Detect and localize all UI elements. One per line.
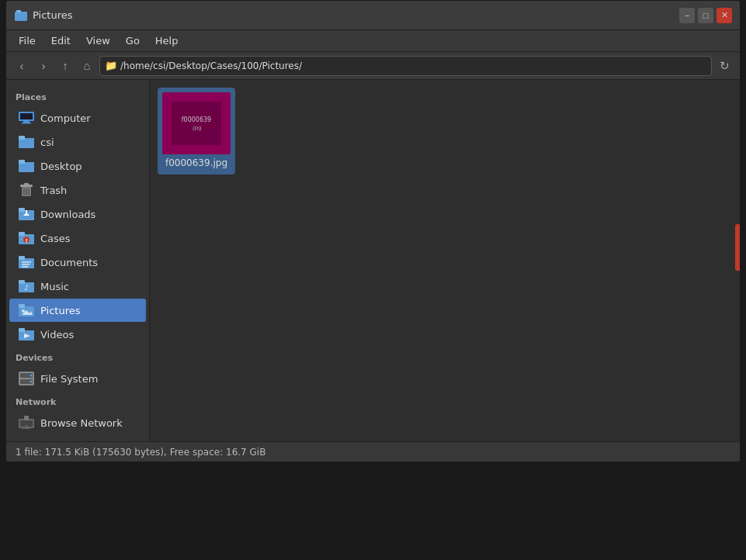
sidebar-item-trash-label: Trash (40, 185, 67, 196)
sidebar-item-computer-label: Computer (40, 112, 91, 124)
svg-rect-49 (23, 427, 30, 429)
address-bar[interactable]: 📁 /home/csi/Desktop/Cases/100/Pictures/ (99, 56, 712, 76)
file-thumbnail: f0000639 .jpg (162, 92, 231, 154)
svg-rect-20 (26, 210, 27, 214)
devices-label: Devices (6, 347, 149, 366)
filesystem-icon (19, 371, 34, 386)
svg-point-44 (30, 381, 33, 383)
svg-rect-10 (19, 160, 25, 164)
menu-view[interactable]: View (78, 32, 118, 50)
minimize-button[interactable]: − (679, 8, 695, 23)
svg-rect-7 (19, 136, 25, 140)
sidebar-item-csi-label: csi (40, 137, 54, 148)
statusbar: 1 file: 171.5 KiB (175630 bytes), Free s… (6, 441, 740, 461)
titlebar-controls: − □ ✕ (679, 8, 732, 23)
titlebar: Pictures − □ ✕ (6, 1, 740, 30)
sidebar-item-browse-network[interactable]: Browse Network (9, 411, 146, 434)
sidebar-item-music[interactable]: ♪ Music (9, 275, 146, 298)
sidebar-item-desktop-label: Desktop (40, 161, 82, 172)
sidebar-item-cases[interactable]: ! Cases (9, 226, 146, 250)
svg-text:!: ! (25, 238, 27, 244)
up-button[interactable]: ↑ (56, 57, 75, 75)
sidebar-item-csi[interactable]: csi (9, 130, 146, 154)
trash-icon (19, 182, 34, 198)
svg-rect-3 (20, 113, 33, 119)
videos-icon (19, 327, 34, 342)
svg-rect-8 (20, 140, 33, 147)
music-icon: ♪ (19, 278, 34, 294)
sidebar-item-cases-label: Cases (40, 233, 71, 244)
svg-rect-4 (23, 121, 29, 123)
sidebar-item-computer[interactable]: Computer (9, 106, 146, 130)
downloads-icon (19, 206, 34, 222)
menu-help[interactable]: Help (147, 32, 186, 50)
back-button[interactable]: ‹ (12, 57, 31, 75)
titlebar-left: Pictures (14, 9, 72, 22)
svg-text:f0000639: f0000639 (182, 116, 211, 123)
svg-rect-0 (15, 12, 27, 21)
sidebar-item-browse-network-label: Browse Network (40, 417, 123, 429)
sidebar-item-downloads[interactable]: Downloads (9, 202, 146, 226)
svg-text:♪: ♪ (24, 284, 29, 292)
close-button[interactable]: ✕ (717, 8, 732, 23)
svg-rect-29 (22, 266, 28, 268)
svg-point-36 (22, 309, 25, 313)
svg-rect-26 (19, 256, 25, 260)
computer-icon (19, 110, 34, 126)
status-text: 1 file: 171.5 KiB (175630 bytes), Free s… (16, 447, 265, 458)
sidebar-item-desktop[interactable]: Desktop (9, 154, 146, 178)
sidebar-item-downloads-label: Downloads (40, 209, 95, 220)
file-manager-window: Pictures − □ ✕ File Edit View Go Help ‹ … (5, 0, 741, 462)
svg-rect-47 (24, 416, 29, 420)
file-name: f0000639.jpg (165, 157, 227, 170)
content-area: Places Computer (6, 80, 740, 441)
svg-rect-18 (19, 208, 25, 212)
sidebar-item-videos[interactable]: Videos (9, 323, 146, 346)
reload-button[interactable]: ↻ (715, 57, 734, 75)
desktop-folder-icon (19, 158, 34, 174)
menu-file[interactable]: File (11, 32, 43, 50)
home-button[interactable]: ⌂ (78, 57, 96, 75)
svg-text:.jpg: .jpg (191, 125, 201, 131)
svg-rect-28 (22, 264, 29, 265)
places-label: Places (6, 86, 149, 105)
sidebar-item-videos-label: Videos (40, 329, 74, 340)
window-icon (14, 9, 28, 22)
svg-rect-22 (19, 232, 25, 236)
sidebar-item-documents-label: Documents (40, 257, 98, 268)
sidebar-item-documents[interactable]: Documents (9, 251, 146, 274)
forward-button[interactable]: › (34, 57, 53, 75)
address-folder-icon: 📁 (105, 60, 117, 71)
documents-icon (19, 254, 34, 270)
browse-network-icon (19, 415, 34, 430)
file-area[interactable]: f0000639 .jpg f0000639.jpg (150, 80, 740, 441)
csi-folder-icon (19, 134, 34, 150)
svg-rect-51 (172, 102, 221, 145)
svg-rect-27 (22, 261, 31, 263)
toolbar: ‹ › ↑ ⌂ 📁 /home/csi/Desktop/Cases/100/Pi… (6, 52, 740, 80)
maximize-button[interactable]: □ (698, 8, 713, 23)
scroll-hint (735, 224, 740, 271)
sidebar-item-pictures[interactable]: Pictures (9, 299, 146, 322)
sidebar: Places Computer (6, 80, 150, 441)
svg-point-43 (30, 375, 33, 377)
sidebar-item-trash[interactable]: Trash (9, 178, 146, 202)
file-item[interactable]: f0000639 .jpg f0000639.jpg (158, 88, 235, 175)
svg-rect-13 (24, 183, 29, 185)
sidebar-item-music-label: Music (40, 281, 69, 292)
sidebar-item-filesystem-label: File System (40, 373, 98, 385)
menu-edit[interactable]: Edit (43, 32, 78, 50)
menu-go[interactable]: Go (118, 32, 147, 50)
menubar: File Edit View Go Help (6, 30, 740, 52)
sidebar-item-pictures-label: Pictures (40, 305, 80, 316)
svg-rect-38 (19, 328, 25, 332)
cases-icon: ! (19, 230, 34, 246)
svg-rect-34 (19, 304, 25, 308)
network-label: Network (6, 391, 149, 410)
window-title: Pictures (33, 9, 72, 21)
sidebar-item-filesystem[interactable]: File System (9, 367, 146, 390)
address-text: /home/csi/Desktop/Cases/100/Pictures/ (120, 60, 302, 71)
svg-rect-5 (22, 123, 31, 124)
svg-rect-1 (16, 10, 21, 12)
file-thumbnail-inner: f0000639 .jpg (168, 99, 224, 148)
